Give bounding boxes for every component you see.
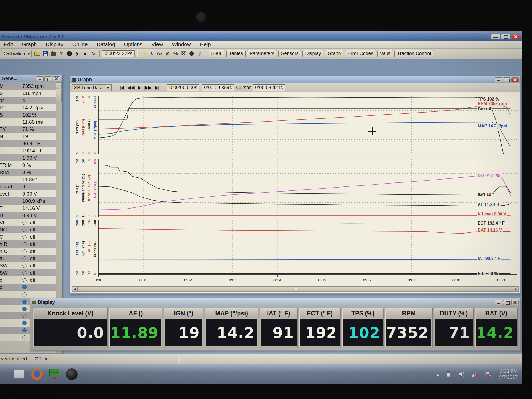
orb-app-icon[interactable] [66,368,78,380]
sensor-row: h.Coff [0,248,56,255]
play-button[interactable]: ▶ [136,85,143,90]
graph-plot-area[interactable]: 100TPS (%)09000RPM (rpm)05Gear ()061.544… [70,92,520,293]
toolbar-button-parameters[interactable]: Parameters [247,50,277,57]
display-minimize-button[interactable] [495,300,502,305]
power-plug-icon[interactable] [445,371,452,378]
speaker-icon[interactable] [458,371,466,378]
network-icon[interactable] [471,371,479,378]
toolbar-button-error-codes[interactable]: Error Codes [345,50,376,57]
display-window-icon [32,301,36,304]
x-axis-tick [143,275,143,277]
plot-2[interactable]: DUTY 71 %IGN 19 °AF 11.89 :1K.Level 0.00… [98,159,517,217]
menu-item-edit[interactable]: Edit [4,41,13,48]
s300-app-icon[interactable]: s300 [49,369,59,380]
indicator-off-icon [22,256,27,261]
table-cell-icon[interactable]: ⌧ [180,50,188,57]
toolbar-button-s300[interactable]: S300 [209,50,225,57]
sensor-value: off [30,227,35,233]
action-center-flag-icon[interactable] [484,371,492,378]
menu-item-graph[interactable]: Graph [22,41,37,48]
y-axis-rpm: 9000RPM (rpm)0 [80,96,86,154]
menu-item-options[interactable]: Options [124,41,142,48]
app-titlebar[interactable]: Hondata SManager 2.5.6.0 [0,33,522,41]
gauge-icon[interactable]: ⊛ [164,50,172,57]
skip-end-button[interactable]: ▶| [153,85,161,90]
fast-forward-button[interactable]: ▶▶ [143,85,153,90]
cursor-value-label: DUTY 71 % [477,173,501,178]
sensors-close-button[interactable] [53,76,60,81]
sensor-row: SWoff [0,262,56,269]
info-icon[interactable]: i [65,50,73,57]
sensor-value: 0 % [22,169,31,175]
app-close-button[interactable] [511,34,520,39]
help-dot-icon[interactable]: ➊ [188,50,196,57]
scroll-up-icon[interactable]: ▲ [56,82,62,88]
sensor-value: off [30,277,35,283]
rewind-button[interactable]: ◀◀ [126,85,136,90]
graph-h-scrollbar[interactable]: ◀▶ [72,286,519,292]
upload-case-icon[interactable] [49,50,57,57]
x-axis-tick [188,275,188,277]
menu-item-help[interactable]: Help [200,41,211,48]
skip-start-button[interactable]: |◀ [118,85,126,90]
display-cell: MAP ("/psi)14.2 [205,308,258,347]
menu-item-window[interactable]: Window [172,41,191,48]
series-iat [99,259,510,260]
delta-lambda-icon[interactable]: Δλ [156,50,164,57]
graph-minimize-button[interactable] [495,77,502,82]
sensor-value: off [30,241,35,247]
toolbar-button-tables[interactable]: Tables [226,50,246,57]
calibration-dropdown[interactable]: Calibration ▼ [1,50,32,57]
sensor-label: P [0,105,22,111]
toolbar-button-traction-control[interactable]: Traction Control [394,50,434,57]
screen: Hondata SManager 2.5.6.0 EditGraphDispla… [0,31,522,384]
sensors-restore-button[interactable] [44,76,52,81]
toolbar-button-vault[interactable]: Vault [377,50,393,57]
app-restore-button[interactable] [501,34,510,39]
sensors-minimize-button[interactable] [36,76,44,81]
sensor-row: evel0.00 V [0,190,56,197]
toolbar-button-graph[interactable]: Graph [325,50,343,57]
display-close-button[interactable] [511,300,519,305]
sensor-label: M [0,83,22,89]
sensors-titlebar[interactable]: Sens... [0,75,62,82]
graph-titlebar[interactable]: Graph [70,76,520,83]
firefox-icon[interactable] [31,369,43,380]
tray-expand-icon[interactable]: ▲ [436,372,439,376]
sensor-label: T [0,148,22,154]
save-calibration-icon[interactable] [41,50,49,57]
graph-close-button[interactable] [511,77,519,82]
display-cell-label: IGN (°) [164,309,203,318]
percent-icon[interactable]: % [172,50,180,57]
open-calibration-icon[interactable] [33,50,41,57]
menu-item-display[interactable]: Display [46,41,63,48]
plot-3[interactable]: ECT 192.4 ° FBAT 14.16 VIAT 90.8 ° FEth.… [98,220,517,275]
y-axis-tps: 100TPS (%)0 [74,96,80,154]
plot-1[interactable]: TPS 102 %RPM 7352 rpmGear 4MAP 14.2 "/ps… [98,96,517,154]
graph-restore-button[interactable] [503,77,510,82]
record-dot-icon[interactable]: ● [81,50,89,57]
trace-wave-icon[interactable]: ∿ [89,50,97,57]
scroll-right-icon[interactable]: ▶ [513,286,518,291]
upload-arrow-icon[interactable]: ⇧ [57,50,65,57]
scrollbar-thumb[interactable] [77,286,513,291]
taskbar-clock[interactable]: 2:23 PM 9/7/2017 [499,368,518,380]
menu-item-datalog[interactable]: Datalog [97,41,115,48]
toolbar-button-display[interactable]: Display [302,50,323,57]
y-axis-ect: 200ECT (° F)50 [80,220,86,275]
bluetooth-icon[interactable]: ᛒ [196,50,203,57]
dataset-selector[interactable]: SB Tune Data ▼ [72,84,112,91]
scroll-left-icon[interactable]: ◀ [72,286,77,291]
display-titlebar[interactable]: Display [30,298,520,306]
scrollbar-thumb[interactable] [56,89,62,102]
taskbar-window-button[interactable] [13,370,24,379]
cursor-value-label: ECT 192.4 ° F [477,221,506,226]
toolbar-button-sensors[interactable]: Sensors [278,50,301,57]
display-restore-button[interactable] [503,300,510,305]
menu-item-view[interactable]: View [151,41,163,48]
menu-item-online[interactable]: Online [72,41,88,48]
power-bolt-icon[interactable] [73,50,81,57]
lambda-icon[interactable]: λ [148,50,156,57]
datalog-bolt-icon[interactable]: ⚡ [140,50,148,57]
app-minimize-button[interactable] [491,34,500,39]
